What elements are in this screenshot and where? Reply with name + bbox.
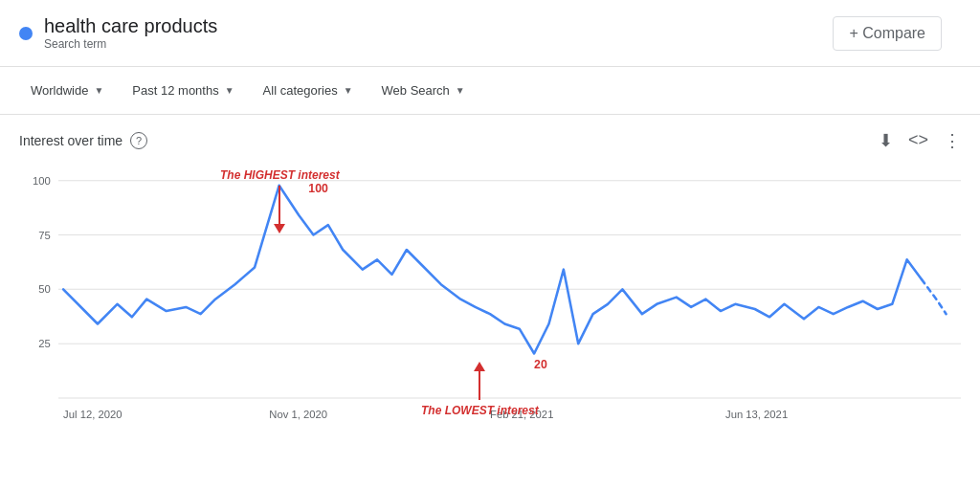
svg-text:Jul 12, 2020: Jul 12, 2020 [63,409,122,420]
search-term-subtitle: Search term [44,37,217,51]
search-type-label: Web Search [382,83,450,98]
search-term-section: health care products Search term [19,15,833,51]
svg-text:Nov 1, 2020: Nov 1, 2020 [269,409,327,420]
svg-text:Jun 13, 2021: Jun 13, 2021 [725,409,788,420]
location-filter[interactable]: Worldwide ▼ [19,78,115,103]
embed-icon[interactable]: <> [908,130,928,151]
time-range-label: Past 12 months [132,83,218,98]
chart-wrapper: The HIGHEST interest The LOWEST interest… [19,161,961,457]
search-term-dot [19,27,33,40]
search-term-title: health care products [44,15,217,37]
search-type-filter[interactable]: Web Search ▼ [370,78,477,103]
category-label: All categories [263,83,338,98]
compare-label: + Compare [849,25,925,42]
chart-container: Interest over time ? ⬇ <> ⋮ The HIGHEST … [0,115,980,488]
filters-bar: Worldwide ▼ Past 12 months ▼ All categor… [0,67,980,115]
compare-button[interactable]: + Compare [833,16,942,51]
category-filter[interactable]: All categories ▼ [252,78,365,103]
chart-title-section: Interest over time ? [19,132,147,149]
svg-text:100: 100 [308,182,328,195]
time-range-filter[interactable]: Past 12 months ▼ [121,78,245,103]
svg-text:50: 50 [38,283,51,295]
trend-chart: 100 75 50 25 Jul 12, 2020 Nov 1, 2020 Fe… [19,161,961,457]
svg-text:Feb 21, 2021: Feb 21, 2021 [490,409,553,420]
chart-actions: ⬇ <> ⋮ [879,130,961,151]
location-label: Worldwide [31,83,88,98]
svg-text:25: 25 [38,338,51,349]
search-term-text: health care products Search term [44,15,217,51]
chart-title-label: Interest over time [19,133,122,148]
header: health care products Search term + Compa… [0,0,980,67]
location-chevron-icon: ▼ [94,85,103,96]
time-range-chevron-icon: ▼ [225,85,234,96]
help-icon[interactable]: ? [130,132,147,149]
chart-header: Interest over time ? ⬇ <> ⋮ [19,130,961,151]
share-icon[interactable]: ⋮ [944,130,961,151]
svg-text:75: 75 [38,230,51,241]
category-chevron-icon: ▼ [344,85,353,96]
svg-text:100: 100 [33,175,51,187]
search-type-chevron-icon: ▼ [456,85,465,96]
download-icon[interactable]: ⬇ [879,130,893,151]
svg-text:20: 20 [534,358,547,371]
